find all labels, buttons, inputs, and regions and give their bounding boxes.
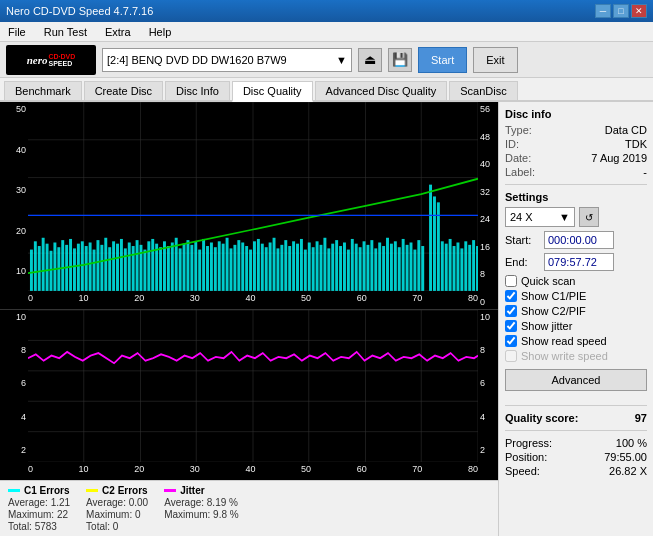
svg-rect-59 [206, 246, 209, 291]
c1-pie-checkbox[interactable] [505, 290, 517, 302]
jitter-color-swatch [164, 489, 176, 492]
start-time-input[interactable]: 000:00.00 [544, 231, 614, 249]
svg-rect-55 [190, 245, 193, 291]
tab-bar: Benchmark Create Disc Disc Info Disc Qua… [0, 78, 653, 102]
svg-rect-17 [42, 238, 45, 291]
svg-rect-94 [343, 242, 346, 290]
end-time-input[interactable]: 079:57.72 [544, 253, 614, 271]
end-time-row: End: 079:57.72 [505, 253, 647, 271]
window-controls: ─ □ ✕ [595, 4, 647, 18]
speed-combo[interactable]: 24 X ▼ [505, 207, 575, 227]
svg-rect-58 [202, 239, 205, 291]
svg-rect-88 [320, 245, 323, 291]
tab-disc-info[interactable]: Disc Info [165, 81, 230, 100]
menu-extra[interactable]: Extra [101, 24, 135, 40]
upper-y-axis-right: 56 48 40 32 24 16 8 0 [478, 102, 498, 309]
svg-rect-96 [351, 239, 354, 291]
svg-rect-119 [445, 244, 448, 291]
svg-rect-60 [210, 242, 213, 290]
c1-max: Maximum: 22 [8, 509, 70, 520]
read-speed-checkbox[interactable] [505, 335, 517, 347]
close-button[interactable]: ✕ [631, 4, 647, 18]
svg-rect-40 [132, 246, 135, 291]
svg-rect-34 [108, 247, 111, 291]
c2-pif-checkbox[interactable] [505, 305, 517, 317]
svg-rect-42 [140, 245, 143, 291]
svg-rect-49 [167, 246, 170, 291]
svg-rect-98 [359, 247, 362, 291]
jitter-checkbox[interactable] [505, 320, 517, 332]
chart-wrapper: 50 40 30 20 10 56 48 40 32 24 16 8 0 [0, 102, 498, 536]
read-speed-row: Show read speed [505, 335, 647, 347]
speed-row: Speed: 26.82 X [505, 465, 647, 477]
svg-rect-115 [429, 185, 432, 291]
svg-rect-65 [230, 248, 233, 291]
lower-y-axis-right: 10 8 6 4 2 [478, 310, 498, 480]
quick-scan-checkbox[interactable] [505, 275, 517, 287]
svg-rect-118 [441, 241, 444, 291]
svg-rect-86 [312, 247, 315, 291]
svg-rect-84 [304, 250, 307, 291]
jitter-avg: Average: 8.19 % [164, 497, 238, 508]
svg-rect-25 [73, 248, 76, 291]
svg-rect-125 [468, 245, 471, 291]
minimize-button[interactable]: ─ [595, 4, 611, 18]
svg-rect-93 [339, 246, 342, 291]
c2-max: Maximum: 0 [86, 509, 148, 520]
svg-rect-14 [30, 250, 33, 291]
disc-info-title: Disc info [505, 108, 647, 120]
svg-rect-83 [300, 239, 303, 291]
svg-rect-30 [93, 250, 96, 291]
eject-icon[interactable]: ⏏ [358, 48, 382, 72]
divider-1 [505, 184, 647, 185]
menu-run-test[interactable]: Run Test [40, 24, 91, 40]
speed-refresh-icon[interactable]: ↺ [579, 207, 599, 227]
svg-rect-107 [394, 241, 397, 291]
svg-rect-102 [374, 248, 377, 291]
svg-rect-28 [85, 246, 88, 291]
menu-file[interactable]: File [4, 24, 30, 40]
svg-rect-87 [316, 241, 319, 291]
svg-rect-16 [38, 246, 41, 291]
svg-rect-82 [296, 244, 299, 291]
svg-rect-101 [370, 240, 373, 291]
quick-scan-row: Quick scan [505, 275, 647, 287]
svg-rect-121 [453, 246, 456, 291]
advanced-button[interactable]: Advanced [505, 369, 647, 391]
tab-benchmark[interactable]: Benchmark [4, 81, 82, 100]
svg-rect-31 [96, 240, 99, 291]
tab-disc-quality[interactable]: Disc Quality [232, 81, 313, 102]
svg-rect-89 [323, 238, 326, 291]
app-title: Nero CD-DVD Speed 4.7.7.16 [6, 5, 153, 17]
tab-scan-disc[interactable]: ScanDisc [449, 81, 517, 100]
upper-y-axis-left: 50 40 30 20 10 [0, 102, 28, 309]
disc-date-row: Date: 7 Aug 2019 [505, 152, 647, 164]
lower-x-axis: 0 10 20 30 40 50 60 70 80 [28, 462, 478, 480]
svg-rect-72 [257, 239, 260, 291]
menu-help[interactable]: Help [145, 24, 176, 40]
c2-avg: Average: 0.00 [86, 497, 148, 508]
disc-type-row: Type: Data CD [505, 124, 647, 136]
svg-rect-50 [171, 242, 174, 290]
c2-pif-row: Show C2/PIF [505, 305, 647, 317]
disc-id-row: ID: TDK [505, 138, 647, 150]
start-button[interactable]: Start [418, 47, 467, 73]
svg-rect-33 [104, 238, 107, 291]
exit-button[interactable]: Exit [473, 47, 517, 73]
drive-selector[interactable]: [2:4] BENQ DVD DD DW1620 B7W9 ▼ [102, 48, 352, 72]
svg-rect-69 [245, 246, 248, 291]
disc-label-row: Label: - [505, 166, 647, 178]
save-icon[interactable]: 💾 [388, 48, 412, 72]
svg-rect-66 [233, 245, 236, 291]
tab-create-disc[interactable]: Create Disc [84, 81, 163, 100]
svg-rect-19 [50, 251, 53, 291]
svg-rect-41 [136, 240, 139, 291]
svg-rect-108 [398, 247, 401, 291]
upper-chart: 50 40 30 20 10 56 48 40 32 24 16 8 0 [0, 102, 498, 310]
tab-advanced-disc-quality[interactable]: Advanced Disc Quality [315, 81, 448, 100]
svg-rect-71 [253, 241, 256, 291]
svg-rect-116 [433, 196, 436, 290]
maximize-button[interactable]: □ [613, 4, 629, 18]
jitter-row: Show jitter [505, 320, 647, 332]
svg-rect-74 [265, 247, 268, 291]
